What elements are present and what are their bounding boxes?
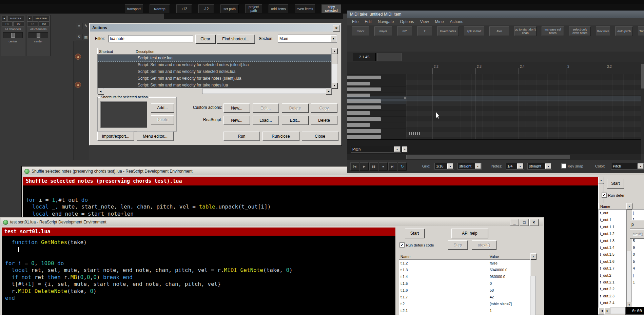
midi-note-cluster[interactable] xyxy=(409,132,421,135)
close-button[interactable]: × xyxy=(529,219,538,226)
checkbox-checked[interactable]: ✓ xyxy=(602,193,607,198)
test-vscrollbar[interactable]: ▲ xyxy=(530,253,536,315)
scroll-up-icon[interactable]: ▲ xyxy=(598,177,604,183)
load-button[interactable]: Load... xyxy=(253,116,279,125)
checkbox-checked[interactable]: ✓ xyxy=(399,242,405,248)
menu-actions[interactable]: Actions xyxy=(450,19,463,24)
cc-add-button[interactable]: + xyxy=(402,146,407,152)
watch-row[interactable]: t.2[table size=7] xyxy=(399,300,530,307)
midi-tool-increase-sel-notes[interactable]: increase sel notes xyxy=(542,26,564,36)
watch-item[interactable]: t_out.2.2 xyxy=(599,286,626,292)
menu-file[interactable]: File xyxy=(352,19,358,24)
key-snap-checkbox[interactable]: Key snap xyxy=(561,163,583,169)
io-button[interactable]: I/O xyxy=(39,21,50,26)
toolbar-button-scr-path[interactable]: scr path xyxy=(220,4,239,13)
grid-shape-select[interactable]: straight▼ xyxy=(457,163,482,170)
menu-mine[interactable]: Mine xyxy=(435,19,444,24)
scroll-right-icon[interactable]: ▶ xyxy=(326,88,332,94)
midi-tool-mov-note[interactable]: Mov note xyxy=(596,26,610,36)
master-send-button[interactable]: MASTER xyxy=(7,16,24,21)
section-select[interactable]: Main▼ xyxy=(278,35,337,43)
chevron-down-icon[interactable]: ▼ xyxy=(330,35,336,42)
column-header-shortcut[interactable]: Shortcut xyxy=(97,48,136,55)
chevron-down-icon[interactable]: ▼ xyxy=(638,163,644,169)
note-marker[interactable] xyxy=(404,97,406,99)
delete-button[interactable]: Delete xyxy=(311,116,337,125)
column-header-description[interactable]: Description xyxy=(134,48,333,55)
scroll-left-icon[interactable]: ◀ xyxy=(98,88,103,94)
fx-button[interactable]: FX xyxy=(2,21,13,26)
close-dialog-button[interactable]: Close xyxy=(302,132,338,141)
watch-item[interactable]: t_out.1.5 xyxy=(599,251,626,258)
midi-tool-invert-notes[interactable]: Invert notes xyxy=(437,26,459,36)
piano-key-row[interactable] xyxy=(347,87,406,93)
midi-vscrollbar[interactable] xyxy=(641,62,644,154)
watch-item[interactable]: t_out.1.2 xyxy=(599,230,626,237)
watch-row[interactable]: t.1.658 xyxy=(399,287,530,294)
midi-title-bar[interactable]: MIDI take: untitled MIDI item xyxy=(347,11,644,18)
piano-key-row[interactable] xyxy=(347,105,406,111)
toolbar-button-мастер[interactable]: мастер xyxy=(150,4,170,13)
midi-hscrollbar[interactable] xyxy=(347,154,641,160)
filter-icon[interactable]: ∇ xyxy=(76,34,82,40)
shuffle-name-list[interactable]: t_outt_out.1t_out.1.1t_out.1.2t_out.1.3t… xyxy=(599,209,627,308)
cc-selector[interactable]: Pitch▼ xyxy=(351,146,401,153)
scroll-down-icon[interactable]: ▼ xyxy=(332,83,337,88)
action-row[interactable]: Script: test note.lua xyxy=(98,55,332,61)
toolbar-button-copy-selected[interactable]: copy selected xyxy=(321,4,341,13)
midi-tool-7[interactable]: 7 xyxy=(417,26,432,36)
pause-button[interactable]: ▮▮ xyxy=(369,162,378,171)
action-row[interactable]: Script: Set min and max velocity for sel… xyxy=(98,61,332,68)
close-button[interactable]: × xyxy=(333,25,340,31)
midi-tool-split-in-half[interactable]: split in half xyxy=(464,26,484,36)
test-code[interactable]: function GetNotes(take) for i = 0, 1000 … xyxy=(2,236,395,315)
watch-row[interactable]: t.1.4960000.0 xyxy=(399,273,530,280)
toolbar-button-12[interactable]: +12 xyxy=(176,4,192,13)
midi-ruler[interactable]: 2.22.32.433.2 xyxy=(347,62,641,74)
menu-editor-button[interactable]: Menu editor... xyxy=(137,132,174,141)
watch-item[interactable]: t_out.2.3 xyxy=(599,293,626,299)
clear-button[interactable]: Clear xyxy=(195,35,215,43)
go-start-button[interactable]: |◀ xyxy=(350,162,359,171)
toolbar-button-odd-items[interactable]: odd items xyxy=(269,4,288,13)
test-start-button[interactable]: Start xyxy=(405,229,424,238)
action-row[interactable]: Script: Set min and max velocity for tak… xyxy=(98,82,332,88)
shuffle-run-defer[interactable]: ✓ Run defer xyxy=(602,193,624,198)
watch-header-value[interactable]: Value xyxy=(488,253,532,260)
watch-item[interactable]: t_out.2.4 xyxy=(599,299,626,306)
automation-badge[interactable]: a xyxy=(75,54,81,60)
play-button[interactable]: ▶ xyxy=(360,162,369,171)
piano-key-row[interactable] xyxy=(347,123,406,129)
action-row[interactable]: Script: Set min and max velocity for tak… xyxy=(98,75,332,82)
sync-button[interactable]: ↻ xyxy=(398,162,407,171)
fx-button[interactable]: FX xyxy=(27,21,38,26)
run-close-button[interactable]: Run/close xyxy=(262,132,299,141)
piano-key-row[interactable] xyxy=(347,129,406,135)
midi-tool-auto-pitch[interactable]: Auto pitch xyxy=(615,26,633,36)
api-help-button[interactable]: API help xyxy=(451,229,488,238)
master-send-button[interactable]: MASTER xyxy=(33,16,50,21)
watch-item[interactable]: t_out.2.1 xyxy=(599,279,626,286)
midi-tool-trim-positions[interactable]: Trim positions xyxy=(638,26,644,36)
shuffle-start-button[interactable]: Start xyxy=(607,179,624,188)
automation-badge[interactable]: a xyxy=(75,82,81,88)
watch-row[interactable]: t.1.742 xyxy=(399,294,530,300)
menu-navigate[interactable]: Navigate xyxy=(378,19,394,24)
watch-row[interactable]: t.2.11 xyxy=(399,307,530,314)
shuffle-name-header[interactable]: Name xyxy=(599,203,628,210)
edit-button[interactable]: Edit... xyxy=(282,116,308,125)
import-export-button[interactable]: Import/export... xyxy=(97,132,134,141)
env-icon[interactable]: ● xyxy=(2,16,7,21)
chevron-down-icon[interactable]: ▼ xyxy=(394,146,400,152)
chevron-down-icon[interactable]: ▼ xyxy=(517,163,523,169)
pan-fader[interactable] xyxy=(28,32,48,38)
piano-key-row[interactable] xyxy=(347,135,406,139)
actions-list[interactable]: Script: test note.luaScript: Set min and… xyxy=(97,54,332,89)
scroll-up-icon[interactable]: ▲ xyxy=(626,203,632,209)
filter-input[interactable]: lua note xyxy=(108,35,193,42)
watch-item[interactable]: t_out xyxy=(599,210,626,216)
dialog-title-bar[interactable]: Actions xyxy=(90,24,340,32)
stop-button[interactable]: ■ xyxy=(379,162,388,171)
grid-icon[interactable]: ▦ xyxy=(83,34,89,40)
shuffle-vscrollbar[interactable]: ▲ ▼ xyxy=(626,203,632,308)
